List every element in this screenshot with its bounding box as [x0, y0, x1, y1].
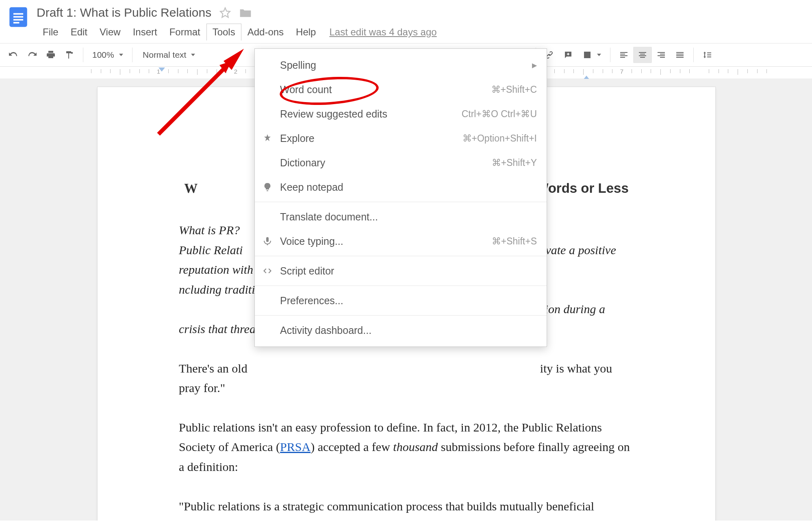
- menu-help[interactable]: Help: [290, 24, 322, 41]
- menu-separator: [255, 285, 547, 286]
- paragraph-4: "Public relations is a strategic communi…: [179, 497, 634, 521]
- tools-menu-item[interactable]: Spelling▶: [255, 53, 547, 77]
- menu-item-label: Keep notepad: [280, 181, 537, 193]
- menu-view[interactable]: View: [93, 24, 127, 41]
- star-icon[interactable]: [219, 7, 231, 18]
- prsa-link[interactable]: PRSA: [280, 440, 310, 453]
- submenu-arrow-icon: ▶: [532, 61, 537, 69]
- code-icon: [261, 266, 274, 276]
- mic-icon: [261, 236, 274, 246]
- tools-menu-item[interactable]: Word count⌘+Shift+C: [255, 77, 547, 102]
- align-center-button[interactable]: [633, 47, 652, 63]
- svg-rect-4: [13, 22, 20, 24]
- zoom-select[interactable]: 100%: [87, 47, 128, 63]
- app-header: Draft 1: What is Public Relations File E…: [0, 0, 812, 41]
- svg-rect-1: [13, 13, 23, 15]
- tools-menu-item[interactable]: Explore⌘+Option+Shift+I: [255, 126, 547, 150]
- menu-separator: [255, 202, 547, 202]
- menu-addons[interactable]: Add-ons: [241, 24, 290, 41]
- menu-item-shortcut: ⌘+Shift+S: [492, 236, 537, 247]
- tools-menu-item[interactable]: Activity dashboard...: [255, 318, 547, 342]
- bulb-icon: [261, 182, 274, 192]
- menu-item-label: Review suggested edits: [280, 108, 455, 120]
- tools-menu-item[interactable]: Script editor: [255, 259, 547, 283]
- menu-bar: File Edit View Insert Format Tools Add-o…: [37, 24, 808, 41]
- menu-item-label: Word count: [280, 84, 485, 96]
- insert-image-button[interactable]: [578, 47, 606, 63]
- menu-insert[interactable]: Insert: [127, 24, 163, 41]
- menu-format[interactable]: Format: [163, 24, 206, 41]
- line-spacing-button[interactable]: [698, 47, 716, 63]
- tools-menu-item[interactable]: Translate document...: [255, 205, 547, 229]
- menu-item-label: Activity dashboard...: [280, 325, 537, 336]
- explore-icon: [261, 133, 274, 143]
- tools-menu-item[interactable]: Dictionary⌘+Shift+Y: [255, 150, 547, 175]
- tools-menu-item[interactable]: Keep notepad: [255, 175, 547, 199]
- svg-marker-5: [221, 8, 230, 17]
- docs-icon[interactable]: [7, 5, 30, 29]
- menu-separator: [255, 315, 547, 316]
- zoom-value: 100%: [92, 50, 114, 60]
- menu-item-shortcut: ⌘+Shift+C: [491, 84, 537, 95]
- menu-item-shortcut: Ctrl+⌘O Ctrl+⌘U: [462, 109, 537, 120]
- undo-button[interactable]: [4, 47, 23, 63]
- align-right-button[interactable]: [652, 47, 671, 63]
- svg-rect-2: [13, 16, 23, 18]
- paragraph-2: There's an oldity is what you pray for.": [179, 359, 634, 398]
- document-title[interactable]: Draft 1: What is Public Relations: [37, 6, 211, 20]
- tools-menu-item[interactable]: Voice typing...⌘+Shift+S: [255, 229, 547, 253]
- last-edit-link[interactable]: Last edit was 4 days ago: [329, 26, 436, 38]
- svg-rect-3: [13, 19, 23, 21]
- menu-item-label: Dictionary: [280, 157, 485, 169]
- tools-dropdown: Spelling▶Word count⌘+Shift+CReview sugge…: [254, 48, 547, 347]
- menu-separator: [255, 256, 547, 256]
- style-select[interactable]: Normal text: [137, 47, 202, 63]
- add-comment-button[interactable]: [559, 47, 578, 63]
- align-justify-button[interactable]: [671, 47, 689, 63]
- align-left-button[interactable]: [614, 47, 633, 63]
- tools-menu-item[interactable]: Preferences...: [255, 288, 547, 313]
- folder-icon[interactable]: [239, 7, 252, 18]
- print-button[interactable]: [41, 47, 60, 63]
- paragraph-3: Public relations isn't an easy professio…: [179, 418, 634, 477]
- tools-menu-item[interactable]: Review suggested editsCtrl+⌘O Ctrl+⌘U: [255, 102, 547, 126]
- menu-item-label: Script editor: [280, 265, 537, 277]
- menu-tools[interactable]: Tools: [206, 24, 241, 41]
- paint-format-button[interactable]: [60, 47, 79, 63]
- redo-button[interactable]: [23, 47, 41, 63]
- style-value: Normal text: [143, 50, 186, 60]
- menu-item-shortcut: ⌘+Option+Shift+I: [462, 133, 537, 144]
- menu-item-label: Preferences...: [280, 295, 537, 307]
- menu-item-label: Translate document...: [280, 211, 537, 223]
- menu-item-label: Explore: [280, 133, 456, 144]
- menu-edit[interactable]: Edit: [65, 24, 93, 41]
- menu-item-label: Voice typing...: [280, 235, 485, 247]
- menu-file[interactable]: File: [37, 24, 65, 41]
- menu-item-label: Spelling: [280, 59, 525, 71]
- menu-item-shortcut: ⌘+Shift+Y: [492, 157, 537, 168]
